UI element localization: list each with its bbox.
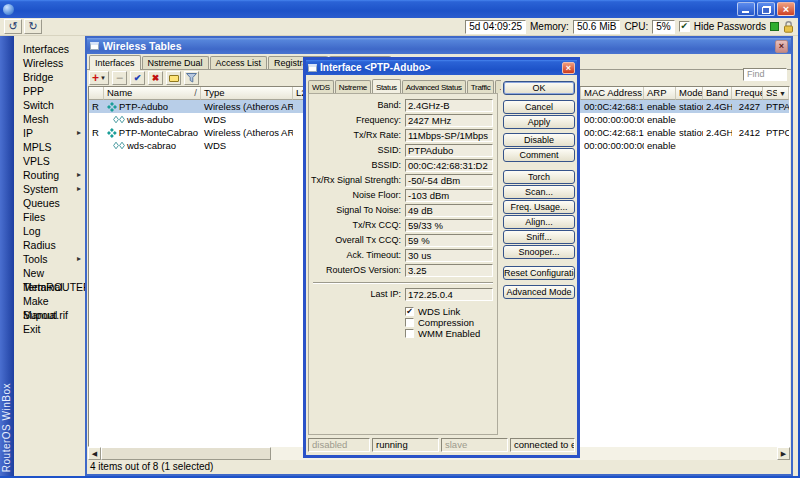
sidebar-item-log[interactable]: Log bbox=[14, 224, 85, 238]
torch-button[interactable]: Torch bbox=[503, 170, 575, 184]
window-icon bbox=[308, 64, 317, 72]
tab-nstreme-dual[interactable]: Nstreme Dual bbox=[142, 56, 209, 69]
sidebar-item-radius[interactable]: Radius bbox=[14, 238, 85, 252]
scrollbar-thumb[interactable] bbox=[101, 447, 271, 460]
restore-button[interactable] bbox=[757, 2, 775, 16]
scan-button[interactable]: Scan... bbox=[503, 185, 575, 199]
submenu-arrow-icon: ▸ bbox=[77, 182, 81, 196]
disable-button[interactable]: ✖ bbox=[148, 71, 163, 85]
app-titlebar[interactable]: × bbox=[0, 0, 798, 18]
minimize-button[interactable] bbox=[737, 2, 755, 16]
dialog-title: Interface <PTP-Adubo> bbox=[320, 62, 562, 73]
comment-button[interactable]: Comment bbox=[503, 148, 575, 162]
snooper-button[interactable]: Snooper... bbox=[503, 245, 575, 259]
status-connected-to-ess: connected to ess bbox=[510, 438, 575, 452]
field-label: Ack. Timeout: bbox=[309, 249, 401, 262]
wireless-tables-close-button[interactable]: × bbox=[775, 40, 788, 53]
filter-button[interactable] bbox=[184, 71, 199, 85]
sidebar-item-ppp[interactable]: PPP bbox=[14, 84, 85, 98]
column-header-frequency[interactable]: Frequen... bbox=[732, 87, 763, 100]
sidebar-item-mesh[interactable]: Mesh bbox=[14, 112, 85, 126]
column-header-arp[interactable]: ARP bbox=[644, 87, 676, 100]
apply-button[interactable]: Apply bbox=[503, 115, 575, 129]
add-button[interactable]: +▼ bbox=[89, 71, 109, 85]
field-label: BSSID: bbox=[309, 159, 401, 172]
advanced-mode-button[interactable]: Advanced Mode bbox=[503, 285, 575, 299]
column-header-mode[interactable]: Mode bbox=[676, 87, 703, 100]
disable-button[interactable]: Disable bbox=[503, 133, 575, 147]
undo-button[interactable]: ↺ bbox=[4, 19, 22, 34]
wireless-tables-titlebar[interactable]: Wireless Tables × bbox=[87, 38, 791, 54]
column-chooser-icon[interactable]: ▼ bbox=[777, 88, 788, 99]
sniff-button[interactable]: Sniff... bbox=[503, 230, 575, 244]
wds-link-checkbox[interactable]: ✔ bbox=[405, 307, 414, 316]
dialog-titlebar[interactable]: Interface <PTP-Adubo> × bbox=[306, 60, 577, 75]
remove-icon: − bbox=[116, 73, 123, 83]
sidebar-item-interfaces[interactable]: Interfaces bbox=[14, 42, 85, 56]
submenu-arrow-icon: ▸ bbox=[77, 126, 81, 140]
secure-lock-icon bbox=[783, 21, 794, 33]
tab-advanced-status[interactable]: Advanced Status bbox=[402, 80, 466, 93]
sidebar-item-make-supout-rif[interactable]: Make Supout.rif bbox=[14, 294, 85, 308]
scroll-left-button[interactable]: ◀ bbox=[88, 447, 101, 460]
sidebar-item-metarouter[interactable]: MetaROUTER bbox=[14, 280, 85, 294]
ok-button[interactable]: OK bbox=[503, 81, 575, 95]
sidebar-item-manual[interactable]: Manual bbox=[14, 308, 85, 322]
column-header-flags[interactable] bbox=[89, 87, 104, 100]
enable-button[interactable]: ✔ bbox=[130, 71, 145, 85]
sidebar-item-vpls[interactable]: VPLS bbox=[14, 154, 85, 168]
column-header-type[interactable]: Type bbox=[201, 87, 293, 100]
field-label: RouterOS Version: bbox=[309, 264, 401, 277]
field-label: Tx/Rx CCQ: bbox=[309, 219, 401, 232]
winbox-app-window: × ↺ ↻ 5d 04:09:25 Memory: 50.6 MiB CPU: … bbox=[0, 0, 800, 478]
remove-button[interactable]: − bbox=[112, 71, 127, 85]
dialog-tabs: WDS Nstreme Status Advanced Status Traff… bbox=[308, 77, 501, 93]
tab-traffic[interactable]: Traffic bbox=[467, 80, 495, 93]
column-header-name[interactable]: Name/ bbox=[104, 87, 201, 100]
disable-cross-icon: ✖ bbox=[152, 72, 160, 84]
scroll-right-button[interactable]: ▶ bbox=[777, 447, 790, 460]
freq-usage-button[interactable]: Freq. Usage... bbox=[503, 200, 575, 214]
sidebar-item-new-terminal[interactable]: New Terminal bbox=[14, 266, 85, 280]
sidebar-item-mpls[interactable]: MPLS bbox=[14, 140, 85, 154]
close-button[interactable]: × bbox=[777, 2, 795, 16]
redo-button[interactable]: ↻ bbox=[24, 19, 42, 34]
tab-access-list[interactable]: Access List bbox=[210, 56, 268, 69]
sidebar-item-bridge[interactable]: Bridge bbox=[14, 70, 85, 84]
comment-icon bbox=[169, 75, 179, 82]
sidebar-item-queues[interactable]: Queues bbox=[14, 196, 85, 210]
wmm-enabled-checkbox[interactable] bbox=[405, 329, 414, 338]
field-label: Frequency: bbox=[309, 114, 401, 127]
field-label: Last IP: bbox=[309, 288, 401, 301]
sidebar-item-wireless[interactable]: Wireless bbox=[14, 56, 85, 70]
compression-checkbox[interactable] bbox=[405, 318, 414, 327]
align-button[interactable]: Align... bbox=[503, 215, 575, 229]
sidebar-item-ip[interactable]: IP▸ bbox=[14, 126, 85, 140]
reset-configuration-button[interactable]: Reset Configuration bbox=[503, 266, 575, 280]
comment-button[interactable] bbox=[166, 71, 181, 85]
find-input[interactable]: Find bbox=[743, 68, 787, 81]
sidebar-item-switch[interactable]: Switch bbox=[14, 98, 85, 112]
app-icon bbox=[3, 4, 14, 15]
sidebar-item-files[interactable]: Files bbox=[14, 210, 85, 224]
wireless-tables-title: Wireless Tables bbox=[103, 40, 775, 52]
sidebar-item-tools[interactable]: Tools▸ bbox=[14, 252, 85, 266]
cancel-button[interactable]: Cancel bbox=[503, 100, 575, 114]
column-header-mac-address[interactable]: MAC Address bbox=[581, 87, 644, 100]
noise-floor-value: -103 dBm bbox=[405, 189, 493, 202]
memory-label: Memory: bbox=[530, 21, 569, 32]
sidebar-item-exit[interactable]: Exit bbox=[14, 322, 85, 336]
column-header-band[interactable]: Band bbox=[703, 87, 732, 100]
app-toolbar: ↺ ↻ 5d 04:09:25 Memory: 50.6 MiB CPU: 5%… bbox=[0, 18, 798, 36]
sort-ascending-icon: / bbox=[194, 87, 197, 99]
sidebar-item-system[interactable]: System▸ bbox=[14, 182, 85, 196]
field-label: SSID: bbox=[309, 144, 401, 157]
tab-more[interactable]: ... bbox=[495, 80, 501, 93]
dialog-close-button[interactable]: × bbox=[562, 62, 575, 74]
hide-passwords-checkbox[interactable]: ✔ bbox=[679, 21, 690, 32]
tab-nstreme[interactable]: Nstreme bbox=[335, 80, 371, 93]
sidebar-item-routing[interactable]: Routing▸ bbox=[14, 168, 85, 182]
tab-interfaces[interactable]: Interfaces bbox=[89, 55, 141, 70]
tab-wds[interactable]: WDS bbox=[308, 80, 334, 93]
tab-status[interactable]: Status bbox=[372, 79, 401, 93]
